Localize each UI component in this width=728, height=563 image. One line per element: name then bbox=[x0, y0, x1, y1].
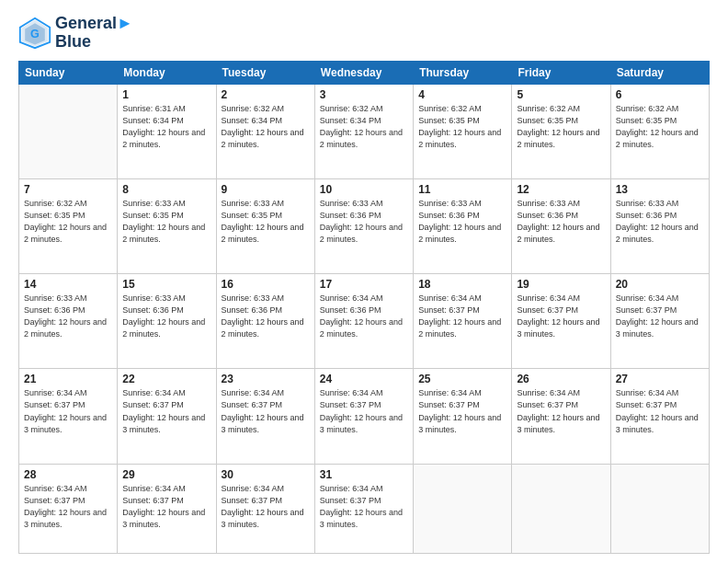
day-info: Sunrise: 6:34 AMSunset: 6:37 PMDaylight:… bbox=[122, 483, 210, 531]
weekday-thursday: Thursday bbox=[414, 61, 512, 84]
calendar-cell bbox=[610, 464, 709, 553]
day-number: 11 bbox=[418, 183, 506, 196]
calendar-cell: 9Sunrise: 6:33 AMSunset: 6:35 PMDaylight… bbox=[216, 178, 314, 273]
calendar-cell: 8Sunrise: 6:33 AMSunset: 6:35 PMDaylight… bbox=[118, 178, 216, 273]
calendar-cell: 18Sunrise: 6:34 AMSunset: 6:37 PMDayligh… bbox=[414, 274, 512, 369]
calendar-cell: 19Sunrise: 6:34 AMSunset: 6:37 PMDayligh… bbox=[512, 274, 610, 369]
calendar-cell: 27Sunrise: 6:34 AMSunset: 6:37 PMDayligh… bbox=[610, 369, 709, 464]
calendar-cell: 24Sunrise: 6:34 AMSunset: 6:37 PMDayligh… bbox=[314, 369, 413, 464]
calendar-cell: 31Sunrise: 6:34 AMSunset: 6:37 PMDayligh… bbox=[314, 464, 413, 553]
day-number: 16 bbox=[222, 278, 310, 291]
day-number: 17 bbox=[320, 278, 408, 291]
logo: G General► Blue bbox=[18, 15, 133, 52]
calendar-cell bbox=[19, 84, 118, 178]
day-info: Sunrise: 6:31 AMSunset: 6:34 PMDaylight:… bbox=[122, 103, 210, 151]
header: G General► Blue bbox=[18, 15, 710, 52]
calendar-cell: 16Sunrise: 6:33 AMSunset: 6:36 PMDayligh… bbox=[216, 274, 314, 369]
day-number: 25 bbox=[418, 373, 506, 385]
logo-text: General► Blue bbox=[55, 15, 133, 52]
day-number: 23 bbox=[222, 373, 310, 385]
weekday-sunday: Sunday bbox=[19, 61, 118, 84]
week-row-3: 14Sunrise: 6:33 AMSunset: 6:36 PMDayligh… bbox=[19, 274, 710, 369]
day-info: Sunrise: 6:32 AMSunset: 6:34 PMDaylight:… bbox=[320, 103, 408, 151]
day-info: Sunrise: 6:34 AMSunset: 6:37 PMDaylight:… bbox=[222, 483, 310, 531]
week-row-1: 1Sunrise: 6:31 AMSunset: 6:34 PMDaylight… bbox=[19, 84, 710, 178]
svg-text:G: G bbox=[30, 28, 40, 40]
weekday-friday: Friday bbox=[512, 61, 610, 84]
day-info: Sunrise: 6:34 AMSunset: 6:37 PMDaylight:… bbox=[418, 293, 506, 340]
calendar-cell: 28Sunrise: 6:34 AMSunset: 6:37 PMDayligh… bbox=[19, 464, 118, 553]
day-info: Sunrise: 6:34 AMSunset: 6:37 PMDaylight:… bbox=[24, 483, 112, 531]
day-number: 4 bbox=[418, 88, 506, 101]
week-row-4: 21Sunrise: 6:34 AMSunset: 6:37 PMDayligh… bbox=[19, 369, 710, 464]
day-number: 29 bbox=[122, 468, 210, 481]
day-number: 22 bbox=[122, 373, 210, 385]
day-info: Sunrise: 6:33 AMSunset: 6:36 PMDaylight:… bbox=[418, 198, 506, 246]
day-number: 12 bbox=[517, 183, 605, 196]
day-info: Sunrise: 6:34 AMSunset: 6:36 PMDaylight:… bbox=[320, 293, 408, 340]
day-info: Sunrise: 6:34 AMSunset: 6:37 PMDaylight:… bbox=[418, 387, 506, 435]
day-number: 21 bbox=[24, 373, 112, 385]
calendar-cell: 30Sunrise: 6:34 AMSunset: 6:37 PMDayligh… bbox=[216, 464, 314, 553]
day-info: Sunrise: 6:34 AMSunset: 6:37 PMDaylight:… bbox=[517, 387, 605, 435]
day-number: 6 bbox=[616, 88, 704, 101]
calendar-cell bbox=[414, 464, 512, 553]
day-info: Sunrise: 6:32 AMSunset: 6:35 PMDaylight:… bbox=[24, 198, 112, 246]
logo-icon: G bbox=[18, 17, 51, 50]
day-info: Sunrise: 6:34 AMSunset: 6:37 PMDaylight:… bbox=[222, 387, 310, 435]
weekday-wednesday: Wednesday bbox=[314, 61, 413, 84]
day-info: Sunrise: 6:34 AMSunset: 6:37 PMDaylight:… bbox=[320, 483, 408, 531]
calendar-cell: 5Sunrise: 6:32 AMSunset: 6:35 PMDaylight… bbox=[512, 84, 610, 178]
day-number: 27 bbox=[616, 373, 704, 385]
weekday-monday: Monday bbox=[118, 61, 216, 84]
day-info: Sunrise: 6:33 AMSunset: 6:35 PMDaylight:… bbox=[122, 198, 210, 246]
day-number: 2 bbox=[222, 88, 310, 101]
day-info: Sunrise: 6:33 AMSunset: 6:36 PMDaylight:… bbox=[24, 293, 112, 340]
day-info: Sunrise: 6:32 AMSunset: 6:34 PMDaylight:… bbox=[222, 103, 310, 151]
calendar-cell: 12Sunrise: 6:33 AMSunset: 6:36 PMDayligh… bbox=[512, 178, 610, 273]
week-row-2: 7Sunrise: 6:32 AMSunset: 6:35 PMDaylight… bbox=[19, 178, 710, 273]
calendar-cell: 21Sunrise: 6:34 AMSunset: 6:37 PMDayligh… bbox=[19, 369, 118, 464]
calendar-cell: 3Sunrise: 6:32 AMSunset: 6:34 PMDaylight… bbox=[314, 84, 413, 178]
calendar-cell: 2Sunrise: 6:32 AMSunset: 6:34 PMDaylight… bbox=[216, 84, 314, 178]
day-number: 26 bbox=[517, 373, 605, 385]
day-info: Sunrise: 6:32 AMSunset: 6:35 PMDaylight:… bbox=[517, 103, 605, 151]
calendar-cell: 15Sunrise: 6:33 AMSunset: 6:36 PMDayligh… bbox=[118, 274, 216, 369]
day-number: 9 bbox=[222, 183, 310, 196]
week-row-5: 28Sunrise: 6:34 AMSunset: 6:37 PMDayligh… bbox=[19, 464, 710, 553]
day-number: 31 bbox=[320, 468, 408, 481]
day-number: 14 bbox=[24, 278, 112, 291]
day-number: 15 bbox=[122, 278, 210, 291]
day-info: Sunrise: 6:34 AMSunset: 6:37 PMDaylight:… bbox=[616, 293, 704, 340]
calendar-cell: 17Sunrise: 6:34 AMSunset: 6:36 PMDayligh… bbox=[314, 274, 413, 369]
day-info: Sunrise: 6:34 AMSunset: 6:37 PMDaylight:… bbox=[320, 387, 408, 435]
day-number: 18 bbox=[418, 278, 506, 291]
calendar-cell bbox=[512, 464, 610, 553]
day-number: 8 bbox=[122, 183, 210, 196]
calendar-cell: 13Sunrise: 6:33 AMSunset: 6:36 PMDayligh… bbox=[610, 178, 709, 273]
day-info: Sunrise: 6:34 AMSunset: 6:37 PMDaylight:… bbox=[517, 293, 605, 340]
day-number: 19 bbox=[517, 278, 605, 291]
day-info: Sunrise: 6:34 AMSunset: 6:37 PMDaylight:… bbox=[24, 387, 112, 435]
day-number: 3 bbox=[320, 88, 408, 101]
calendar-cell: 11Sunrise: 6:33 AMSunset: 6:36 PMDayligh… bbox=[414, 178, 512, 273]
weekday-tuesday: Tuesday bbox=[216, 61, 314, 84]
calendar-cell: 4Sunrise: 6:32 AMSunset: 6:35 PMDaylight… bbox=[414, 84, 512, 178]
calendar-cell: 23Sunrise: 6:34 AMSunset: 6:37 PMDayligh… bbox=[216, 369, 314, 464]
calendar-cell: 14Sunrise: 6:33 AMSunset: 6:36 PMDayligh… bbox=[19, 274, 118, 369]
day-number: 1 bbox=[122, 88, 210, 101]
day-info: Sunrise: 6:33 AMSunset: 6:36 PMDaylight:… bbox=[222, 293, 310, 340]
calendar-table: SundayMondayTuesdayWednesdayThursdayFrid… bbox=[18, 61, 710, 554]
day-info: Sunrise: 6:34 AMSunset: 6:37 PMDaylight:… bbox=[122, 387, 210, 435]
calendar-cell: 7Sunrise: 6:32 AMSunset: 6:35 PMDaylight… bbox=[19, 178, 118, 273]
day-number: 5 bbox=[517, 88, 605, 101]
day-number: 24 bbox=[320, 373, 408, 385]
calendar-cell: 20Sunrise: 6:34 AMSunset: 6:37 PMDayligh… bbox=[610, 274, 709, 369]
day-info: Sunrise: 6:32 AMSunset: 6:35 PMDaylight:… bbox=[616, 103, 704, 151]
calendar-cell: 22Sunrise: 6:34 AMSunset: 6:37 PMDayligh… bbox=[118, 369, 216, 464]
weekday-saturday: Saturday bbox=[610, 61, 709, 84]
calendar-cell: 25Sunrise: 6:34 AMSunset: 6:37 PMDayligh… bbox=[414, 369, 512, 464]
weekday-header-row: SundayMondayTuesdayWednesdayThursdayFrid… bbox=[19, 61, 710, 84]
day-number: 7 bbox=[24, 183, 112, 196]
calendar-cell: 10Sunrise: 6:33 AMSunset: 6:36 PMDayligh… bbox=[314, 178, 413, 273]
